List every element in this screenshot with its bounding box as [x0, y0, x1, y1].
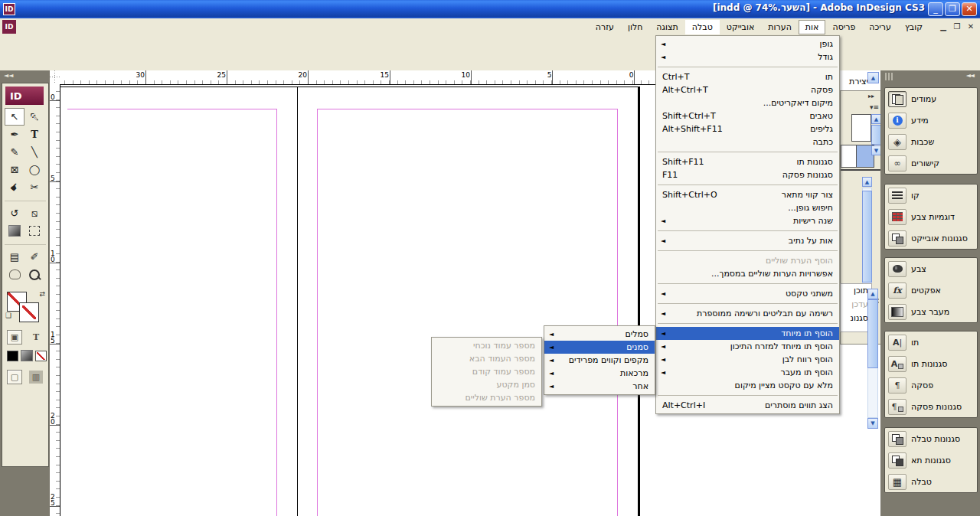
menu-window[interactable]: חלון — [621, 20, 649, 34]
menu-item-diacritic-positioning[interactable]: מיקום דיאקריטים... — [656, 96, 839, 109]
menu-table[interactable]: טבלה — [685, 20, 720, 34]
submenu-item-hyphens-dashes[interactable]: מקפים וקווים מפרידים◄ — [544, 354, 655, 367]
palette-menu-icon[interactable]: ▾≡ — [870, 103, 879, 111]
menu-item-character-styles[interactable]: סגנונות תוShift+F11 — [656, 155, 839, 168]
panel-button-stroke[interactable]: קו — [885, 185, 977, 206]
panel-button-paragraph-styles[interactable]: ¶ סגנונות פסקה — [885, 396, 977, 417]
type-tool[interactable]: T — [24, 126, 44, 143]
palette-scrollbar2-up-icon[interactable]: ▲ — [862, 177, 872, 187]
menu-item-tabs[interactable]: טאביםShift+Ctrl+T — [656, 109, 839, 122]
palette-scrollbar2-thumb[interactable] — [862, 191, 872, 282]
eyedropper-tool[interactable]: ✐ — [24, 248, 44, 266]
minimize-button[interactable]: _ — [928, 2, 943, 16]
menu-notes[interactable]: הערות — [761, 20, 799, 34]
formatting-affects-container-button[interactable]: ▣ — [7, 330, 22, 345]
submenu-item-symbols[interactable]: סמלים◄ — [544, 328, 655, 341]
palette-scroll-up-icon[interactable]: ▲ — [867, 72, 879, 83]
close-button[interactable]: ✕ — [962, 2, 977, 16]
doc-close-button[interactable]: ✕ — [965, 21, 977, 32]
right-page-right-margin-guide[interactable] — [617, 109, 618, 516]
scissors-tool[interactable]: ✂ — [24, 178, 44, 196]
default-fill-stroke-icon[interactable]: ❏ — [5, 312, 11, 319]
panel-button-table[interactable]: ▦ טבלה — [885, 471, 977, 492]
app-icon[interactable]: ID — [3, 3, 15, 15]
apply-color-button[interactable] — [7, 351, 18, 361]
zoom-tool[interactable] — [24, 266, 44, 283]
left-page-right-margin-guide[interactable] — [276, 109, 277, 516]
direct-selection-tool[interactable]: ↖ — [24, 108, 44, 126]
menu-layout[interactable]: פריסה — [825, 20, 862, 34]
ruler-origin-box[interactable] — [50, 70, 60, 85]
panel-button-effects[interactable]: fx אפקטים — [885, 279, 977, 301]
panel-button-pages[interactable]: עמודים — [885, 88, 977, 109]
panel-button-cell-styles[interactable]: סגנונות תא — [885, 449, 977, 471]
panel-button-paragraph[interactable]: ¶ פסקה — [885, 374, 977, 396]
menu-item-size[interactable]: גודל◄ — [656, 51, 839, 64]
page-thumbnail[interactable] — [841, 145, 858, 168]
title-bar[interactable]: ID [indd @ 74%.השער] - Adobe InDesign CS… — [0, 0, 980, 18]
vertical-ruler[interactable]: 0 5 10 15 20 25 — [50, 84, 60, 516]
strip-scroll-down-icon[interactable]: ▼ — [867, 418, 878, 429]
panel-button-links[interactable]: ∞ קישורים — [885, 152, 977, 174]
menu-item-fill-placeholder-text[interactable]: מלא עם טקסט מציין מיקום — [656, 379, 839, 392]
panel-button-color[interactable]: צבע — [885, 258, 977, 279]
menu-edit[interactable]: עריכה — [862, 20, 898, 34]
preview-mode-button[interactable]: ▥ — [28, 370, 44, 384]
menu-item-insert-break-character[interactable]: הוסף תו מעבר◄ — [656, 366, 839, 379]
toolbox-collapse-icon[interactable]: ◄◄ — [0, 70, 54, 81]
formatting-affects-text-button[interactable]: T — [28, 330, 44, 345]
menu-item-type-on-path[interactable]: אות על נתיב◄ — [656, 234, 839, 247]
panel-button-info[interactable]: i מידע — [885, 109, 977, 131]
menu-item-story[interactable]: כתבה — [656, 136, 839, 149]
selection-tool[interactable]: ↖ — [5, 108, 24, 126]
menu-item-footnote-options[interactable]: אפשרויות הערות שוליים במסמך... — [656, 267, 839, 280]
menu-item-create-outlines[interactable]: צור קווי מתארShift+Ctrl+O — [656, 188, 839, 201]
menu-item-character[interactable]: תוCtrl+T — [656, 70, 839, 83]
menu-help[interactable]: עזרה — [589, 20, 621, 34]
panel-button-gradient[interactable]: מעבר צבע — [885, 301, 977, 322]
menu-item-bulleted-numbered-lists[interactable]: רשימה עם תבליטים ורשימה ממוספרת◄ — [656, 307, 839, 320]
submenu-item-other[interactable]: אחר◄ — [544, 380, 655, 393]
doc-restore-button[interactable]: ❐ — [951, 21, 963, 32]
stroke-swatch[interactable] — [19, 302, 39, 322]
panel-button-character-styles[interactable]: A סגנונות תו — [885, 353, 977, 374]
panel-button-swatches[interactable]: דוגמיות צבע — [885, 206, 977, 227]
menu-item-font[interactable]: גופן◄ — [656, 38, 839, 51]
menu-item-text-variables[interactable]: משתני טקסט◄ — [656, 287, 839, 300]
panel-button-table-styles[interactable]: סגנונות טבלה — [885, 428, 977, 449]
panel-button-character[interactable]: A| תו — [885, 331, 977, 353]
hand-tool[interactable] — [5, 266, 24, 283]
menu-item-show-hidden-characters[interactable]: הצג תווים מוסתריםAlt+Ctrl+I — [656, 399, 839, 412]
strip-scroll-thumb[interactable] — [867, 299, 878, 368]
swap-fill-stroke-icon[interactable]: ⇄ — [39, 290, 45, 298]
line-tool[interactable]: ╲ — [24, 143, 44, 161]
apply-gradient-button[interactable] — [21, 350, 33, 361]
menu-type[interactable]: אות — [799, 20, 826, 34]
normal-view-mode-button[interactable]: ▢ — [7, 370, 22, 384]
pen-tool[interactable]: ✒ — [5, 126, 24, 143]
shear-tool[interactable]: ⧅ — [24, 204, 44, 222]
document-icon[interactable]: ID — [2, 20, 16, 34]
strip-scroll-up-icon[interactable]: ▲ — [867, 289, 878, 299]
ellipse-tool[interactable]: ◯ — [24, 161, 44, 178]
dock-grip[interactable] — [885, 73, 893, 80]
right-page-left-margin-guide[interactable] — [317, 109, 318, 516]
restore-button[interactable]: ❐ — [945, 2, 960, 16]
notes-tool[interactable]: ▤ — [5, 248, 24, 266]
dock-collapse-icon[interactable]: ◄◄ — [966, 72, 974, 79]
menu-object[interactable]: אובייקט — [720, 20, 762, 34]
palette-expand-icon[interactable]: ▸▸ — [868, 93, 874, 100]
page-thumbnail[interactable] — [851, 114, 871, 142]
menu-item-find-font[interactable]: חיפוש גופן... — [656, 201, 839, 214]
menu-file[interactable]: קובץ — [898, 20, 929, 34]
pencil-tool[interactable]: ✎ — [5, 143, 24, 161]
apply-none-button[interactable] — [35, 351, 47, 361]
rotate-tool[interactable]: ↺ — [5, 204, 24, 222]
panel-button-object-styles[interactable]: סגנונות אובייקט — [885, 227, 977, 249]
panel-button-layers[interactable]: ◈ שכבות — [885, 131, 977, 152]
gradient-tool[interactable] — [5, 222, 24, 240]
menu-item-change-case[interactable]: שנה רישיות◄ — [656, 214, 839, 227]
menu-item-insert-white-space[interactable]: הוסף רווח לבן◄ — [656, 353, 839, 366]
menu-item-insert-special-character[interactable]: הוסף תו מיוחד◄ — [656, 327, 839, 340]
menu-view[interactable]: תצוגה — [649, 20, 684, 34]
